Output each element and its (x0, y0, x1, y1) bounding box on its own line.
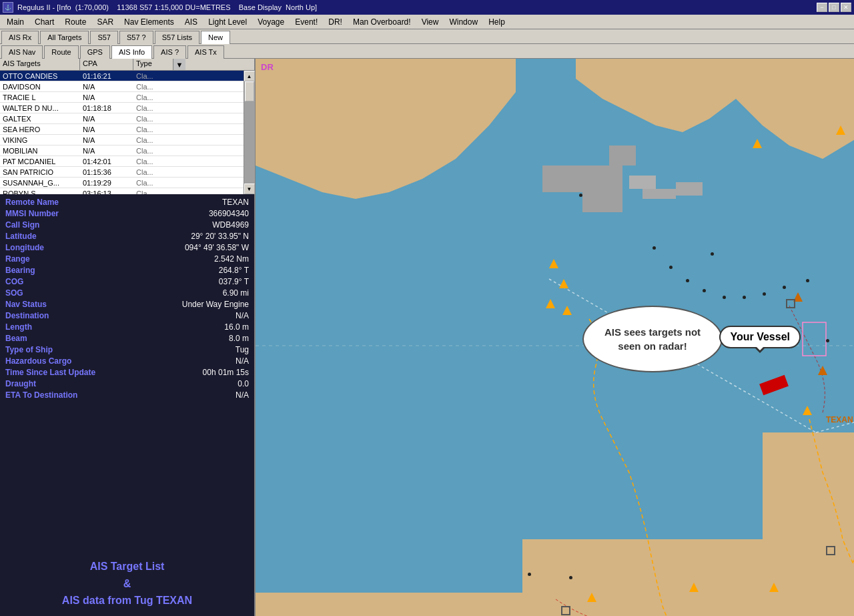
menu-voyage[interactable]: Voyage (252, 16, 290, 28)
ais-target-sq-7[interactable] (786, 299, 795, 308)
list-cell-cpa: N/A (80, 115, 133, 123)
menu-view[interactable]: View (416, 16, 444, 28)
ais-target-4[interactable] (562, 306, 572, 315)
ais-target-sq-11[interactable] (826, 546, 835, 555)
menu-window[interactable]: Window (444, 16, 483, 28)
list-row[interactable]: DAVIDSON N/A Cla... (0, 81, 244, 92)
list-row[interactable]: SAN PATRICIO 01:15:36 Cla... (0, 167, 244, 178)
data-value: 8.0 m (229, 334, 249, 343)
dot-3 (669, 266, 673, 269)
tab-s57[interactable]: S57 (90, 31, 118, 44)
menu-route[interactable]: Route (59, 16, 91, 28)
list-row[interactable]: OTTO CANDIES 01:16:21 Cla... (0, 71, 244, 81)
dot-7 (743, 296, 746, 299)
list-cell-cpa: 01:15:36 (80, 168, 133, 176)
data-value: 264.8° T (219, 266, 249, 275)
menu-light-level[interactable]: Light Level (203, 16, 252, 28)
data-label: SOG (5, 288, 23, 298)
tab-gps[interactable]: GPS (80, 45, 110, 59)
scroll-thumb[interactable] (245, 81, 254, 101)
menu-ais[interactable]: AIS (179, 16, 203, 28)
tab-all-targets[interactable]: All Targets (40, 31, 89, 44)
list-cell-type: Cla... (133, 190, 173, 195)
menu-event[interactable]: Event! (290, 16, 323, 28)
col-header-name: AIS Targets (0, 59, 80, 70)
list-row[interactable]: PAT MCDANIEL 01:42:01 Cla... (0, 156, 244, 167)
bottom-line1: AIS Target List (7, 558, 248, 575)
col-scroll-btn[interactable]: ▼ (173, 59, 185, 70)
list-row[interactable]: SEA HERO N/A Cla... (0, 124, 244, 135)
list-row[interactable]: VIKING N/A Cla... (0, 135, 244, 145)
tab-ais-tx[interactable]: AIS Tx (187, 45, 224, 59)
tab-s57-lists[interactable]: S57 Lists (155, 31, 199, 44)
tab-new[interactable]: New (201, 31, 230, 44)
menu-dr[interactable]: DR! (323, 16, 348, 28)
map-area[interactable]: TEXAN ⚠ DR AIS sees targets not seen on … (256, 59, 854, 616)
data-value: 094° 49' 36.58" W (185, 243, 249, 252)
list-cell-type: Cla... (133, 125, 173, 133)
list-row[interactable]: MOBILIAN N/A Cla... (0, 145, 244, 156)
svg-rect-7 (609, 145, 636, 166)
data-value: 366904340 (209, 209, 249, 218)
ais-target-8[interactable] (753, 139, 762, 148)
ais-target-11[interactable] (689, 583, 699, 592)
data-row: COG 037.9° T (5, 276, 249, 287)
minimize-btn[interactable]: − (817, 3, 827, 12)
list-row[interactable]: ROBYN S 03:16:13 Cla... (0, 188, 244, 194)
data-value: Under Way Engine (182, 300, 249, 309)
list-cell-cpa: 03:16:13 (80, 190, 133, 195)
menu-main[interactable]: Main (1, 16, 29, 28)
menu-nav-elements[interactable]: Nav Elements (119, 16, 179, 28)
scroll-up-btn[interactable]: ▲ (244, 71, 255, 81)
data-value: 00h 01m 15s (203, 368, 249, 377)
list-row[interactable]: WALTER D NU... 01:18:18 Cla... (0, 103, 244, 113)
ais-list: OTTO CANDIES 01:16:21 Cla... DAVIDSON N/… (0, 71, 244, 194)
your-vessel-label: Your Vessel (730, 331, 790, 342)
dot-22 (569, 576, 572, 579)
tab-s57-q[interactable]: S57 ? (119, 31, 153, 44)
scroll-down-btn[interactable]: ▼ (244, 184, 255, 194)
tab-ais-nav[interactable]: AIS Nav (1, 45, 43, 59)
data-label: Remote Name (5, 198, 59, 207)
ais-target-10[interactable] (587, 593, 596, 602)
ais-target-9[interactable] (818, 366, 827, 375)
maximize-btn[interactable]: □ (829, 3, 839, 12)
ais-target-6[interactable] (803, 406, 812, 415)
dot-10 (806, 279, 809, 282)
data-row: Remote Name TEXAN (5, 197, 249, 208)
list-scrollbar[interactable]: ▲ ▼ (244, 71, 254, 194)
dot-1 (579, 194, 582, 197)
ais-target-2[interactable] (559, 279, 568, 288)
window-controls[interactable]: − □ ✕ (817, 3, 851, 12)
tab-ais-rx[interactable]: AIS Rx (1, 31, 39, 44)
list-cell-cpa: N/A (80, 147, 133, 155)
data-row: Latitude 29° 20' 33.95" N (5, 231, 249, 242)
ais-target-sq-10[interactable] (561, 606, 570, 615)
data-label: Time Since Last Update (5, 368, 95, 377)
title-text: Regulus II - [Info (1:70,000) 11368 S57 … (17, 3, 317, 11)
ais-target-12[interactable] (769, 583, 779, 592)
tab-ais-info[interactable]: AIS Info (111, 45, 152, 59)
data-value: 6.90 mi (223, 288, 249, 298)
data-label: Longitude (5, 243, 44, 252)
ais-target-7[interactable] (836, 125, 845, 135)
list-row[interactable]: SUSANNAH_G... 01:19:29 Cla... (0, 178, 244, 188)
tab-ais-q[interactable]: AIS ? (153, 45, 186, 59)
scroll-track (244, 81, 255, 184)
close-btn[interactable]: ✕ (841, 3, 851, 12)
ais-target-3[interactable] (546, 299, 555, 308)
tab-route[interactable]: Route (44, 45, 78, 59)
ais-target-1[interactable] (549, 259, 558, 268)
menu-man-overboard[interactable]: Man Overboard! (348, 16, 416, 28)
data-value: 0.0 (238, 379, 249, 388)
menu-chart[interactable]: Chart (29, 16, 59, 28)
menu-help[interactable]: Help (483, 16, 510, 28)
ais-callout-text: AIS sees targets not seen on radar! (604, 325, 701, 353)
list-row[interactable]: TRACIE L N/A Cla... (0, 92, 244, 103)
main-layout: AIS Targets CPA Type ▼ OTTO CANDIES 01:1… (0, 59, 854, 616)
ais-data-panel: Remote Name TEXAN MMSI Number 366904340 … (0, 194, 254, 551)
list-row[interactable]: GALTEX N/A Cla... (0, 113, 244, 124)
svg-text:TEXAN: TEXAN (826, 415, 853, 424)
menu-sar[interactable]: SAR (91, 16, 119, 28)
ais-callout: AIS sees targets not seen on radar! (582, 306, 723, 372)
